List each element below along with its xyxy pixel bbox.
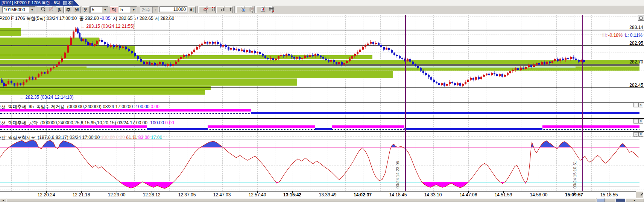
title-bar: [6101] KP200 F 1706 복합 - 5틱 ✕ [0,0,644,6]
time-axis-tick [539,191,539,193]
sort-arrows-button[interactable] [225,6,233,13]
time-axis-label: 14:58:00 [530,192,548,197]
scroll-thumb[interactable] [6,198,596,202]
time-axis-label: 12:23:00 [108,192,126,197]
time-axis-tick [46,191,47,193]
event-line-label: 03/24 14:23:05 [395,161,400,188]
chart-region: 283.14282.95282.70282.45 KP200 F 1706 복합… [0,14,644,198]
info-date: 03/24 [47,16,58,21]
bar-count-input[interactable]: 10000 [159,6,187,12]
chevron-down-icon[interactable]: ▼ [131,7,137,13]
window-title: [6101] KP200 F 1706 복합 - 5틱 [2,0,60,5]
high-low-percent: H: -0.18% L: 0.11% [602,33,642,38]
report-button[interactable] [256,6,264,13]
chevron-down-icon[interactable]: ▼ [29,7,35,13]
time-axis-tick [257,191,258,193]
copy-chart-button[interactable]: b [236,6,244,13]
panel2-params: (000000,240000) [67,104,101,109]
l-value: 0.11% [630,33,642,38]
change-value: -0.05 [100,16,110,21]
panel2-value-blue: -100.00 [134,104,150,109]
close-value: 282.60 [85,16,99,21]
zoom-in-button[interactable] [37,6,44,13]
panel-minimize-icon[interactable]: – [633,103,638,107]
panel3-params: (000000,240000,25,6,15,95,10,20,15) [40,120,116,125]
time-axis-tick [292,191,293,193]
open-value: 282.65 [119,16,133,21]
time-axis-label: 14:18:45 [389,192,407,197]
count-combo: 건수 ▼ [140,6,159,13]
tab-doc-icon[interactable] [63,1,67,5]
l-label: L: [625,33,629,38]
panel-minimize-icon[interactable]: – [633,119,638,124]
time-axis-tick [503,191,504,193]
h-value: -0.18% [608,33,623,38]
panel3-value-blue: -100.00 [149,120,164,125]
minute-combo[interactable]: 5 ▼ [90,6,108,13]
info-time: 17:00:00 [59,16,77,21]
time-axis-tick [398,191,398,193]
panel-close-icon[interactable]: × [638,103,643,107]
bar-unit-button[interactable]: 바 [188,6,196,13]
print-icon [249,7,254,12]
time-axis-label: 14:33:10 [424,192,442,197]
period-minute-button[interactable]: 분 [82,6,90,13]
open-label: 시 [113,16,117,21]
time-axis-tick [609,191,609,193]
panel2-datetime: 03/24 17:00:00 [103,104,133,109]
trend-step-segment [404,128,542,130]
candlestick-chart [0,23,644,103]
toolbar: 101M6000 ▼ 일 주 월 분 5 ▼ 틱 5 ▼ 건수 ▼ 10000 … [0,6,644,15]
event-line [405,15,406,191]
chevron-down-icon[interactable]: ▼ [102,7,108,13]
trend-step-segment [147,128,208,130]
tick-button[interactable]: 틱 [110,6,118,13]
time-axis-tick [433,191,433,193]
grid-settings-icon [269,7,274,12]
sort-arrows-icon [229,7,234,12]
horizontal-scrollbar[interactable]: ◄ ► [0,198,644,202]
time-axis-label: 12:57:40 [249,192,266,197]
period-day-button[interactable]: 일 [56,6,64,13]
zoom-out-button[interactable] [45,6,52,13]
volume-study-button[interactable] [208,6,216,13]
zoom-out-icon [49,7,54,12]
scrollbar-button[interactable] [615,198,625,202]
time-axis-label: 13:39:49 [319,192,337,197]
high-annotation: ← 283.15 (03/24 12:21:55) [80,24,134,29]
draw-tool-button[interactable] [636,191,644,198]
svg-text:b: b [243,9,245,11]
toolbar-separator [54,6,55,13]
toolbar-separator [234,6,236,13]
time-axis-label: 14:02:37 [354,192,372,197]
symbol-combo[interactable]: 101M6000 ▼ [2,6,35,13]
time-axis-label: 12:28:12 [143,192,161,197]
close-icon[interactable]: ✕ [68,0,71,6]
symbol-combo-value: 101M6000 [4,7,25,12]
time-axis-label: 15:09:57 [565,192,583,197]
time-axis-tick [152,191,152,193]
h-label: H: [602,33,607,38]
trend-step-segment [0,109,251,112]
scroll-left-button[interactable]: ◄ [0,198,6,202]
time-axis-tick [117,191,117,193]
bar-chart-button[interactable] [216,6,224,13]
scrollbar-button[interactable] [605,198,615,202]
restore-window-icon[interactable] [638,15,644,21]
period-week-button[interactable]: 주 [64,6,72,13]
time-axis-tick [363,191,363,193]
panel2-name: 충선_막대추세_95_속임수 제거용 [0,104,65,109]
high-value: 282.65 [140,16,153,21]
panel-divider [0,102,644,103]
grid-settings-button[interactable] [265,6,273,13]
trendline-tool-button[interactable] [199,6,207,13]
close-label: 종 [79,16,84,21]
tick-combo[interactable]: 5 ▼ [119,6,137,13]
low-label: 저 [155,16,159,21]
scrollbar-button[interactable] [597,198,605,202]
window-tab[interactable]: [6101] KP200 F 1706 복합 - 5틱 ✕ [0,0,79,6]
scroll-right-button[interactable]: ► [625,198,644,202]
period-month-button[interactable]: 월 [73,6,81,13]
trend-step-segment [332,125,404,128]
panel-close-icon[interactable]: × [638,119,643,124]
